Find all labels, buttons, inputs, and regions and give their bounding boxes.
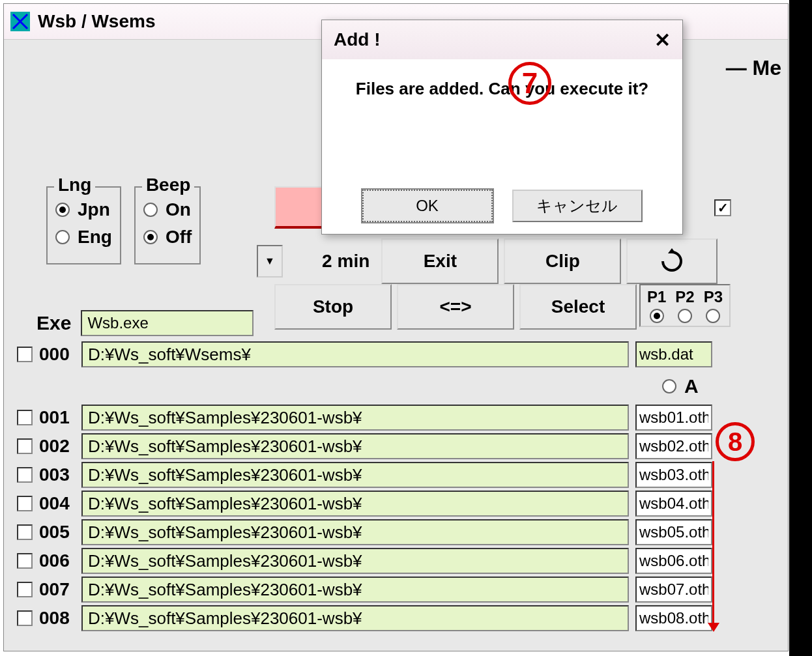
row-file[interactable] <box>635 433 712 459</box>
row-num: 008 <box>39 608 75 629</box>
row-checkbox[interactable] <box>17 610 33 626</box>
annotation-8: 8 <box>716 422 755 461</box>
row000-path[interactable] <box>81 341 629 367</box>
table-row: 002 <box>17 433 712 459</box>
row-checkbox[interactable] <box>17 582 33 597</box>
p3-radio[interactable] <box>706 309 720 323</box>
beep-group: Beep On Off <box>134 186 201 264</box>
top-checkbox[interactable]: ✓ <box>714 199 731 216</box>
cancel-button[interactable]: キャンセル <box>512 190 643 222</box>
lng-legend: Lng <box>54 175 95 195</box>
row-checkbox[interactable] <box>17 410 33 425</box>
beep-legend: Beep <box>142 175 194 195</box>
dialog-message: Files are added. Can you execute it? <box>322 59 682 119</box>
table-row: 003 <box>17 462 712 488</box>
row-checkbox[interactable] <box>17 467 33 483</box>
add-dialog: Add ! ✕ Files are added. Can you execute… <box>321 20 683 235</box>
lng-jpn-radio[interactable]: Jpn <box>55 199 112 220</box>
p3-label: P3 <box>704 288 723 306</box>
row-path[interactable] <box>81 605 629 631</box>
row-checkbox[interactable] <box>17 438 33 454</box>
lng-group: Lng Jpn Eng <box>46 186 121 264</box>
row000-file[interactable] <box>635 341 712 367</box>
p1-label: P1 <box>647 288 666 306</box>
menu-label: — Me <box>726 56 781 80</box>
beep-off-radio[interactable]: Off <box>143 227 192 248</box>
table-row: 007 <box>17 577 712 603</box>
p2-label: P2 <box>675 288 694 306</box>
p-group: P1 P2 P3 <box>639 284 731 327</box>
ok-button[interactable]: OK <box>362 190 493 222</box>
exe-input[interactable] <box>81 310 254 336</box>
a-radio[interactable] <box>662 379 676 393</box>
min-value: 2 <box>322 251 332 272</box>
row-file[interactable] <box>635 519 712 545</box>
table-row: 006 <box>17 548 712 574</box>
p2-radio[interactable] <box>678 309 692 323</box>
exit-button[interactable]: Exit <box>381 238 499 284</box>
exe-label: Exe <box>36 312 71 334</box>
annotation-8-arrow <box>712 461 714 624</box>
row-path[interactable] <box>81 548 629 574</box>
row-file[interactable] <box>635 577 712 603</box>
min-dropdown[interactable]: ▼ <box>257 245 283 278</box>
window-title: Wsb / Wsems <box>38 11 155 32</box>
row-path[interactable] <box>81 433 629 459</box>
loop-button[interactable] <box>626 238 718 284</box>
row-path[interactable] <box>81 462 629 488</box>
row-num: 003 <box>39 464 75 485</box>
table-row: 001 <box>17 405 712 431</box>
row-path[interactable] <box>81 405 629 431</box>
row-file[interactable] <box>635 548 712 574</box>
close-icon[interactable]: ✕ <box>654 29 671 51</box>
annotation-7: 7 <box>508 62 551 105</box>
row-checkbox[interactable] <box>17 496 33 511</box>
dialog-title: Add ! <box>334 29 381 50</box>
row-file[interactable] <box>635 462 712 488</box>
beep-on-radio[interactable]: On <box>143 199 192 220</box>
row-checkbox[interactable] <box>17 553 33 569</box>
row-path[interactable] <box>81 519 629 545</box>
row000-checkbox[interactable] <box>17 347 33 362</box>
stop-button[interactable]: Stop <box>274 284 392 330</box>
loop-icon <box>659 248 685 274</box>
p1-radio[interactable] <box>650 309 664 323</box>
min-label: min <box>338 251 370 272</box>
row-path[interactable] <box>81 577 629 603</box>
swap-button[interactable]: <=> <box>397 284 514 330</box>
row-file[interactable] <box>635 491 712 517</box>
row-num: 007 <box>39 579 75 600</box>
row-num: 001 <box>39 407 75 428</box>
row-checkbox[interactable] <box>17 524 33 540</box>
row-file[interactable] <box>635 405 712 431</box>
row000-num: 000 <box>39 344 75 365</box>
app-icon <box>10 12 30 31</box>
row-path[interactable] <box>81 491 629 517</box>
row-num: 004 <box>39 493 75 514</box>
select-button[interactable]: Select <box>519 284 637 330</box>
a-label: A <box>684 375 699 397</box>
lng-eng-radio[interactable]: Eng <box>55 227 112 248</box>
table-row: 005 <box>17 519 712 545</box>
clip-button[interactable]: Clip <box>504 238 621 284</box>
row-num: 002 <box>39 436 75 457</box>
table-row: 008 <box>17 605 712 631</box>
right-edge <box>789 0 812 656</box>
row-num: 006 <box>39 550 75 571</box>
table-row: 004 <box>17 491 712 517</box>
row-file[interactable] <box>635 605 712 631</box>
row-num: 005 <box>39 522 75 543</box>
